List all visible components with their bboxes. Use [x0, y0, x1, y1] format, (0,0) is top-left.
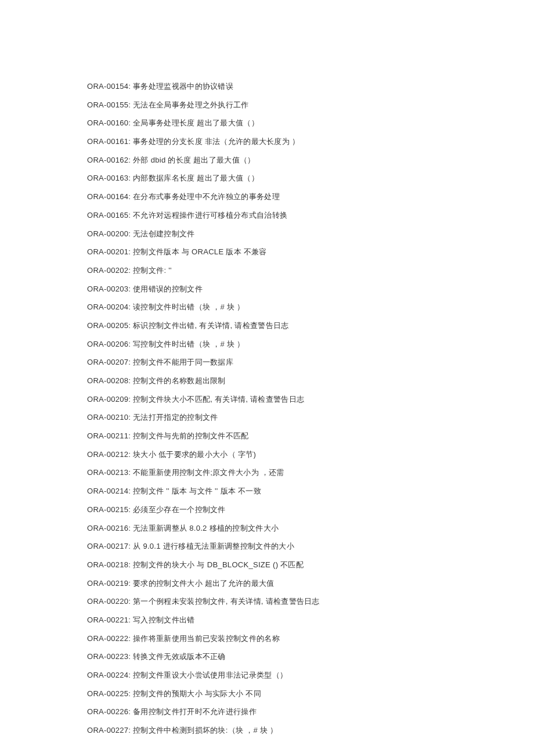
error-description: 不能重新使用控制文件;原文件大小为 ，还需: [131, 468, 284, 477]
error-description: 要求的控制文件大小 超出了允许的最大值: [131, 579, 274, 588]
error-line: ORA-00200: 无法创建控制文件: [87, 229, 447, 239]
error-code: ORA-00212:: [87, 450, 131, 459]
error-line: ORA-00206: 写控制文件时出错（块 ，# 块 ）: [87, 339, 447, 350]
error-line: ORA-00213: 不能重新使用控制文件;原文件大小为 ，还需: [87, 467, 447, 478]
error-description: 读控制文件时出错（块 ，# 块 ）: [131, 303, 244, 311]
error-line: ORA-00218: 控制文件的块大小 与 DB_BLOCK_SIZE () 不…: [87, 560, 447, 570]
error-line: ORA-00225: 控制文件的预期大小 与实际大小 不同: [87, 689, 447, 699]
error-code: ORA-00214:: [87, 487, 131, 495]
error-line: ORA-00162: 外部 dbid 的长度 超出了最大值（）: [87, 155, 447, 165]
error-description: 事务处理监视器中的协议错误: [131, 82, 233, 91]
error-description: 控制文件重设大小尝试使用非法记录类型（）: [131, 671, 287, 679]
error-code: ORA-00210:: [87, 413, 131, 422]
error-code: ORA-00211:: [87, 431, 131, 440]
error-code: ORA-00208:: [87, 376, 131, 385]
error-code: ORA-00200:: [87, 229, 131, 238]
error-code: ORA-00222:: [87, 634, 131, 643]
error-description: 控制文件: '': [131, 266, 172, 275]
error-description: 无法打开指定的控制文件: [131, 413, 218, 422]
error-description: 控制文件不能用于同一数据库: [131, 358, 233, 366]
error-code: ORA-00162:: [87, 156, 131, 164]
error-description: 控制文件中检测到损坏的块:（块 ，# 块 ）: [131, 726, 277, 735]
error-code: ORA-00205:: [87, 321, 131, 330]
error-line: ORA-00155: 无法在全局事务处理之外执行工作: [87, 100, 447, 110]
error-description: 控制文件的预期大小 与实际大小 不同: [131, 689, 261, 698]
error-description: 从 9.0.1 进行移植无法重新调整控制文件的大小: [131, 542, 294, 550]
error-description: 控制文件的名称数超出限制: [131, 376, 226, 385]
error-code: ORA-00209:: [87, 395, 131, 404]
error-description: 写控制文件时出错（块 ，# 块 ）: [131, 340, 244, 348]
error-code: ORA-00164:: [87, 192, 131, 201]
error-code: ORA-00215:: [87, 505, 131, 514]
error-description: 事务处理的分支长度 非法（允许的最大长度为 ）: [131, 137, 300, 146]
error-line: ORA-00224: 控制文件重设大小尝试使用非法记录类型（）: [87, 670, 447, 681]
error-code: ORA-00216:: [87, 524, 131, 532]
error-code: ORA-00155:: [87, 100, 131, 109]
error-description: 在分布式事务处理中不允许独立的事务处理: [131, 192, 280, 201]
error-line: ORA-00214: 控制文件 '' 版本 与文件 '' 版本 不一致: [87, 486, 447, 496]
error-line: ORA-00227: 控制文件中检测到损坏的块:（块 ，# 块 ）: [87, 725, 447, 736]
error-code: ORA-00207:: [87, 358, 131, 366]
error-code: ORA-00160:: [87, 118, 131, 127]
error-code: ORA-00224:: [87, 671, 131, 679]
error-code: ORA-00223:: [87, 652, 131, 661]
error-code: ORA-00203:: [87, 285, 131, 293]
error-code: ORA-00218:: [87, 560, 131, 569]
error-description: 操作将重新使用当前已安装控制文件的名称: [131, 634, 280, 643]
error-line: ORA-00164: 在分布式事务处理中不允许独立的事务处理: [87, 192, 447, 202]
error-line: ORA-00201: 控制文件版本 与 ORACLE 版本 不兼容: [87, 247, 447, 257]
error-line: ORA-00216: 无法重新调整从 8.0.2 移植的控制文件大小: [87, 523, 447, 534]
error-line: ORA-00223: 转换文件无效或版本不正确: [87, 651, 447, 662]
error-line: ORA-00154: 事务处理监视器中的协议错误: [87, 81, 447, 92]
error-description: 控制文件版本 与 ORACLE 版本 不兼容: [131, 247, 266, 256]
error-line: ORA-00215: 必须至少存在一个控制文件: [87, 505, 447, 515]
error-code: ORA-00202:: [87, 266, 131, 275]
error-description: 内部数据库名长度 超出了最大值（）: [131, 174, 259, 182]
error-description: 备用控制文件打开时不允许进行操作: [131, 707, 257, 716]
error-description: 控制文件与先前的控制文件不匹配: [131, 431, 248, 440]
error-code: ORA-00225:: [87, 689, 131, 698]
error-code: ORA-00213:: [87, 468, 131, 477]
error-description: 第一个例程未安装控制文件, 有关详情, 请检查警告日志: [131, 597, 319, 606]
error-line: ORA-00219: 要求的控制文件大小 超出了允许的最大值: [87, 578, 447, 589]
error-description: 标识控制文件出错, 有关详情, 请检查警告日志: [131, 321, 288, 330]
error-description: 转换文件无效或版本不正确: [131, 652, 226, 661]
error-line: ORA-00165: 不允许对远程操作进行可移植分布式自治转换: [87, 210, 447, 221]
error-line: ORA-00205: 标识控制文件出错, 有关详情, 请检查警告日志: [87, 321, 447, 331]
error-description: 使用错误的控制文件: [131, 285, 203, 293]
error-line: ORA-00161: 事务处理的分支长度 非法（允许的最大长度为 ）: [87, 136, 447, 147]
error-description: 外部 dbid 的长度 超出了最大值（）: [131, 156, 255, 164]
error-code: ORA-00220:: [87, 597, 131, 606]
error-line: ORA-00226: 备用控制文件打开时不允许进行操作: [87, 707, 447, 717]
error-line: ORA-00211: 控制文件与先前的控制文件不匹配: [87, 431, 447, 441]
error-description: 写入控制文件出错: [131, 615, 194, 624]
error-line: ORA-00160: 全局事务处理长度 超出了最大值（）: [87, 118, 447, 128]
error-line: ORA-00209: 控制文件块大小不匹配, 有关详情, 请检查警告日志: [87, 394, 447, 405]
error-code: ORA-00217:: [87, 542, 131, 550]
error-line: ORA-00217: 从 9.0.1 进行移植无法重新调整控制文件的大小: [87, 541, 447, 552]
error-line: ORA-00212: 块大小 低于要求的最小大小（ 字节): [87, 449, 447, 460]
error-description: 必须至少存在一个控制文件: [131, 505, 226, 514]
error-description: 块大小 低于要求的最小大小（ 字节): [131, 450, 256, 459]
error-description: 控制文件块大小不匹配, 有关详情, 请检查警告日志: [131, 395, 304, 404]
error-code: ORA-00163:: [87, 174, 131, 182]
error-line: ORA-00220: 第一个例程未安装控制文件, 有关详情, 请检查警告日志: [87, 596, 447, 607]
error-description: 控制文件的块大小 与 DB_BLOCK_SIZE () 不匹配: [131, 560, 304, 569]
error-description: 无法创建控制文件: [131, 229, 194, 238]
error-description: 无法在全局事务处理之外执行工作: [131, 100, 248, 109]
error-line: ORA-00202: 控制文件: '': [87, 265, 447, 276]
error-code: ORA-00219:: [87, 579, 131, 588]
error-code: ORA-00161:: [87, 137, 131, 146]
error-code: ORA-00221:: [87, 615, 131, 624]
error-line: ORA-00210: 无法打开指定的控制文件: [87, 412, 447, 423]
error-line: ORA-00222: 操作将重新使用当前已安装控制文件的名称: [87, 633, 447, 644]
error-description: 全局事务处理长度 超出了最大值（）: [131, 118, 259, 127]
error-code: ORA-00226:: [87, 707, 131, 716]
error-code: ORA-00154:: [87, 82, 131, 91]
error-list: ORA-00154: 事务处理监视器中的协议错误ORA-00155: 无法在全局…: [87, 81, 447, 736]
error-code: ORA-00204:: [87, 303, 131, 311]
error-code: ORA-00201:: [87, 247, 131, 256]
error-line: ORA-00204: 读控制文件时出错（块 ，# 块 ）: [87, 302, 447, 312]
error-line: ORA-00203: 使用错误的控制文件: [87, 284, 447, 294]
error-code: ORA-00165:: [87, 211, 131, 219]
